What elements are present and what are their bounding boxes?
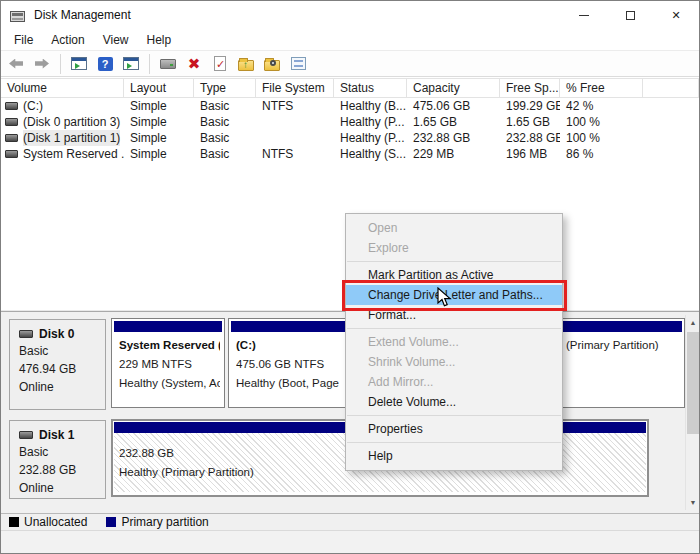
legend-bar: UnallocatedPrimary partition xyxy=(1,513,699,530)
disk-header-disk-1[interactable]: Disk 1Basic232.88 GBOnline xyxy=(9,420,106,499)
folder-search-icon[interactable] xyxy=(262,54,282,74)
title-bar: Disk Management ✕ xyxy=(1,1,699,29)
menubar-item-view[interactable]: View xyxy=(94,31,138,49)
volume-cell: System Reserved ... xyxy=(1,146,124,162)
menu-item-explore: Explore xyxy=(346,238,562,258)
table-row[interactable]: (C:)SimpleBasicNTFSHealthy (B...475.06 G… xyxy=(1,98,699,114)
disk-header-disk-0[interactable]: Disk 0Basic476.94 GBOnline xyxy=(9,319,106,410)
toolbar-separator xyxy=(149,54,150,74)
disk-title: Disk 0 xyxy=(19,325,105,342)
column-header-capacity[interactable]: Capacity xyxy=(407,79,500,97)
free-cell: 199.29 GB xyxy=(500,98,560,114)
console-window-icon[interactable] xyxy=(69,54,89,74)
column-header-free-sp-[interactable]: Free Sp... xyxy=(500,79,560,97)
partition-body: (Primary Partition) xyxy=(561,332,682,355)
type-cell: Basic xyxy=(194,130,256,146)
menu-item-delete-volume[interactable]: Delete Volume... xyxy=(346,392,562,412)
table-row[interactable]: (Disk 1 partition 1)SimpleBasicHealthy (… xyxy=(1,130,699,146)
disk-management-app-icon xyxy=(10,9,26,22)
delete-icon[interactable]: ✖ xyxy=(184,54,204,74)
check-document-icon[interactable] xyxy=(210,54,230,74)
partition-box[interactable]: System Reserved (D229 MB NTFSHealthy (Sy… xyxy=(111,318,225,408)
menu-item-help[interactable]: Help xyxy=(346,446,562,466)
mouse-cursor xyxy=(437,287,452,312)
type-cell: Basic xyxy=(194,114,256,130)
column-header-layout[interactable]: Layout xyxy=(124,79,194,97)
menubar-item-action[interactable]: Action xyxy=(42,31,93,49)
annotation-rectangle xyxy=(342,280,567,311)
partition-line1: System Reserved (D xyxy=(119,336,220,355)
menu-separator xyxy=(347,328,561,329)
pct-cell: 100 % xyxy=(560,130,643,146)
filler-cell xyxy=(643,114,699,130)
scroll-up-icon[interactable]: ▲ xyxy=(686,315,700,330)
fs-cell xyxy=(256,114,334,130)
disk-icon xyxy=(19,330,33,338)
back-icon[interactable] xyxy=(6,54,26,74)
console-show-icon[interactable] xyxy=(121,54,141,74)
maximize-button[interactable] xyxy=(607,1,653,29)
menu-item-open: Open xyxy=(346,218,562,238)
layout-cell: Simple xyxy=(124,114,194,130)
disk-type: Basic xyxy=(19,342,105,360)
scrollbar-thumb[interactable] xyxy=(687,332,699,434)
volume-cell: (Disk 1 partition 1) xyxy=(1,130,124,146)
column-header-status[interactable]: Status xyxy=(334,79,407,97)
fs-cell xyxy=(256,130,334,146)
volume-cell: (Disk 0 partition 3) xyxy=(1,114,124,130)
capacity-cell: 229 MB xyxy=(407,146,500,162)
volume-cell: (C:) xyxy=(1,98,124,114)
window-title: Disk Management xyxy=(34,8,131,22)
close-button[interactable]: ✕ xyxy=(653,1,699,29)
menu-separator xyxy=(347,442,561,443)
forward-icon[interactable] xyxy=(32,54,52,74)
legend-swatch xyxy=(9,517,19,527)
disk-size: 476.94 GB xyxy=(19,360,105,378)
table-row[interactable]: System Reserved ...SimpleBasicNTFSHealth… xyxy=(1,146,699,162)
disk-status: Online xyxy=(19,378,105,396)
legend-label: Unallocated xyxy=(24,515,87,529)
capacity-cell: 475.06 GB xyxy=(407,98,500,114)
partition-text: System Reserved (D229 MB NTFSHealthy (Sy… xyxy=(114,332,222,393)
folder-up-icon[interactable]: ↑ xyxy=(236,54,256,74)
table-row[interactable]: (Disk 0 partition 3)SimpleBasicHealthy (… xyxy=(1,114,699,130)
volume-name: System Reserved ... xyxy=(23,146,124,162)
minimize-button[interactable] xyxy=(561,1,607,29)
volume-drive-icon xyxy=(5,102,18,110)
partition-body: System Reserved (D229 MB NTFSHealthy (Sy… xyxy=(114,332,222,393)
scroll-down-icon[interactable]: ▼ xyxy=(686,495,700,510)
help-icon[interactable]: ? xyxy=(95,54,115,74)
disk-name: Disk 0 xyxy=(39,327,74,341)
volume-drive-icon xyxy=(5,134,18,142)
disk-management-window: Disk Management ✕ FileActionViewHelp ?✖↑… xyxy=(0,0,700,554)
toolbar-separator xyxy=(60,54,61,74)
menu-item-properties[interactable]: Properties xyxy=(346,419,562,439)
layout-cell: Simple xyxy=(124,146,194,162)
partition-line2: 229 MB NTFS xyxy=(119,355,220,374)
column-header-%-free[interactable]: % Free xyxy=(560,79,643,97)
properties-list-icon[interactable] xyxy=(288,54,308,74)
menubar-item-help[interactable]: Help xyxy=(138,31,181,49)
vertical-scrollbar[interactable]: ▲ ▼ xyxy=(685,315,699,510)
menu-item-extend-volume: Extend Volume... xyxy=(346,332,562,352)
legend-swatch xyxy=(106,517,116,527)
drive-icon[interactable] xyxy=(158,54,178,74)
partition-color-band xyxy=(561,321,682,332)
partition-line3: Healthy (System, Acti xyxy=(119,374,220,393)
capacity-cell: 1.65 GB xyxy=(407,114,500,130)
partition-box[interactable]: (Primary Partition) xyxy=(558,318,685,408)
fs-cell: NTFS xyxy=(256,146,334,162)
pct-cell: 100 % xyxy=(560,114,643,130)
menu-separator xyxy=(347,415,561,416)
fs-cell: NTFS xyxy=(256,98,334,114)
free-cell: 196 MB xyxy=(500,146,560,162)
column-header-volume[interactable]: Volume xyxy=(1,79,124,97)
column-header-type[interactable]: Type xyxy=(194,79,256,97)
menu-item-shrink-volume: Shrink Volume... xyxy=(346,352,562,372)
free-cell: 1.65 GB xyxy=(500,114,560,130)
menubar-item-file[interactable]: File xyxy=(5,31,42,49)
partition-color-band xyxy=(114,321,222,332)
volume-drive-icon xyxy=(5,118,18,126)
column-header-file-system[interactable]: File System xyxy=(256,79,334,97)
filler-cell xyxy=(643,130,699,146)
